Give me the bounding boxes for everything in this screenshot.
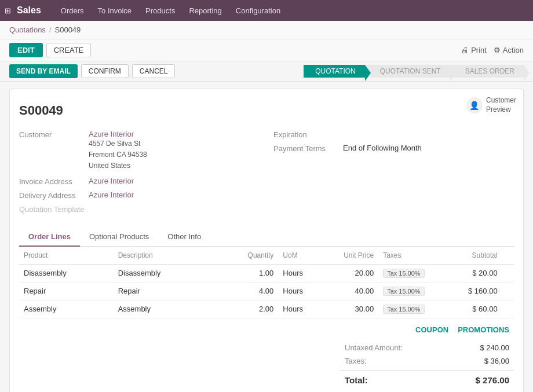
customer-preview-label: Customer Preview [486,96,516,114]
payment-terms-field: Payment Terms End of Following Month [273,144,514,153]
delivery-address-value[interactable]: Azure Interior [89,190,134,199]
delivery-address-field: Delivery Address Azure Interior [19,190,260,200]
customer-value: Azure Interior 4557 De Silva StFremont C… [89,130,147,172]
tab-order-lines[interactable]: Order Lines [19,228,80,247]
customer-label: Customer [19,130,89,139]
table-row[interactable]: Repair Repair 4.00 Hours 40.00 Tax 15.00… [19,282,514,300]
top-navigation: ⊞ Sales Orders To Invoice Products Repor… [0,0,533,21]
coupon-promotions-row: COUPON PROMOTIONS [19,325,514,334]
status-step-quotation-sent[interactable]: QUOTATION SENT [366,65,450,78]
tax-badge[interactable]: Tax 15.00% [383,305,424,314]
tab-optional-products[interactable]: Optional Products [80,228,158,247]
customer-field: Customer Azure Interior 4557 De Silva St… [19,130,260,172]
nav-to-invoice[interactable]: To Invoice [92,4,138,17]
tax-badge[interactable]: Tax 15.00% [383,287,424,296]
table-row[interactable]: Assembly Assembly 2.00 Hours 30.00 Tax 1… [19,300,514,318]
cell-description: Assembly [114,300,231,318]
table-row[interactable]: Disassembly Disassembly 1.00 Hours 20.00… [19,264,514,282]
cell-quantity: 1.00 [231,264,278,282]
customer-preview-icon: 👤 [466,97,483,113]
col-header-opts [502,247,514,265]
app-grid-icon[interactable]: ⊞ [5,6,11,15]
action-bar-right: 🖨 Print ⚙ Action [461,46,524,54]
customer-preview-button[interactable]: 👤 Customer Preview [466,96,516,114]
cell-opts [502,282,514,300]
gear-icon: ⚙ [494,46,501,54]
breadcrumb-parent[interactable]: Quotations [9,25,46,34]
cell-unit-price: 20.00 [326,264,379,282]
cell-unit-price: 40.00 [326,282,379,300]
cell-description: Repair [114,282,231,300]
cell-product: Repair [19,282,114,300]
nav-reporting[interactable]: Reporting [183,4,227,17]
untaxed-value: $ 240.00 [480,343,509,352]
action-label: Action [503,46,524,54]
coupon-link[interactable]: COUPON [415,325,448,334]
cell-subtotal: $ 160.00 [449,282,502,300]
cell-taxes: Tax 15.00% [378,300,449,318]
untaxed-row: Untaxed Amount: $ 240.00 [340,341,514,354]
taxes-value: $ 36.00 [484,357,509,365]
cancel-button[interactable]: CANCEL [132,64,176,78]
payment-terms-label: Payment Terms [273,144,343,153]
col-header-unit-price: Unit Price [326,247,379,265]
promotions-link[interactable]: PROMOTIONS [458,325,509,334]
create-button[interactable]: CREATE [46,43,92,57]
cell-product: Disassembly [19,264,114,282]
action-bar: EDIT CREATE 🖨 Print ⚙ Action [0,39,533,61]
cell-uom: Hours [278,300,325,318]
status-step-sales-order[interactable]: SALES ORDER [451,65,524,78]
document-card: 👤 Customer Preview S00049 Customer Azure… [9,89,524,392]
col-header-subtotal: Subtotal [449,247,502,265]
edit-button[interactable]: EDIT [9,43,43,57]
quotation-template-label: Quotation Template [19,204,89,214]
nav-products[interactable]: Products [140,4,181,17]
form-right-col: Expiration Payment Terms End of Followin… [273,130,514,218]
print-label: Print [471,46,487,54]
quotation-template-field: Quotation Template [19,204,260,214]
cell-subtotal: $ 60.00 [449,300,502,318]
status-bar: SEND BY EMAIL CONFIRM CANCEL QUOTATION Q… [0,61,533,82]
expiration-label: Expiration [273,130,343,139]
form-left-col: Customer Azure Interior 4557 De Silva St… [19,130,260,218]
status-bar-left: SEND BY EMAIL CONFIRM CANCEL [9,64,175,78]
cell-quantity: 4.00 [231,282,278,300]
status-step-quotation[interactable]: QUOTATION [304,65,365,78]
cell-uom: Hours [278,282,325,300]
action-button[interactable]: ⚙ Action [494,46,524,54]
cell-subtotal: $ 20.00 [449,264,502,282]
send-email-button[interactable]: SEND BY EMAIL [9,64,78,78]
document-title: S00049 [19,103,514,118]
total-label: Total: [345,375,368,385]
nav-orders[interactable]: Orders [55,4,90,17]
totals-area: COUPON PROMOTIONS Untaxed Amount: $ 240.… [19,325,514,387]
col-header-uom: UoM [278,247,325,265]
taxes-row: Taxes: $ 36.00 [340,354,514,368]
payment-terms-value: End of Following Month [343,144,422,152]
breadcrumb: Quotations / S00049 [0,21,533,39]
total-row: Total: $ 276.00 [340,370,514,387]
customer-address: 4557 De Silva StFremont CA 94538United S… [89,138,147,172]
expiration-field: Expiration [273,130,514,139]
print-button[interactable]: 🖨 Print [461,46,487,54]
print-icon: 🖨 [461,46,469,54]
cell-quantity: 2.00 [231,300,278,318]
tabs: Order Lines Optional Products Other Info [19,228,514,247]
app-name: Sales [17,5,41,16]
tab-other-info[interactable]: Other Info [158,228,210,247]
cell-product: Assembly [19,300,114,318]
cell-description: Disassembly [114,264,231,282]
customer-name[interactable]: Azure Interior [89,130,134,138]
confirm-button[interactable]: CONFIRM [81,64,129,78]
action-bar-left: EDIT CREATE [9,43,91,57]
cell-unit-price: 30.00 [326,300,379,318]
nav-links: Orders To Invoice Products Reporting Con… [55,4,286,17]
tax-badge[interactable]: Tax 15.00% [383,269,424,278]
invoice-address-value[interactable]: Azure Interior [89,177,134,185]
form-grid: Customer Azure Interior 4557 De Silva St… [19,130,514,218]
cell-opts [502,264,514,282]
order-table: Product Description Quantity UoM Unit Pr… [19,247,514,318]
breadcrumb-separator: / [49,25,52,34]
taxes-label: Taxes: [345,357,367,365]
nav-configuration[interactable]: Configuration [230,4,286,17]
